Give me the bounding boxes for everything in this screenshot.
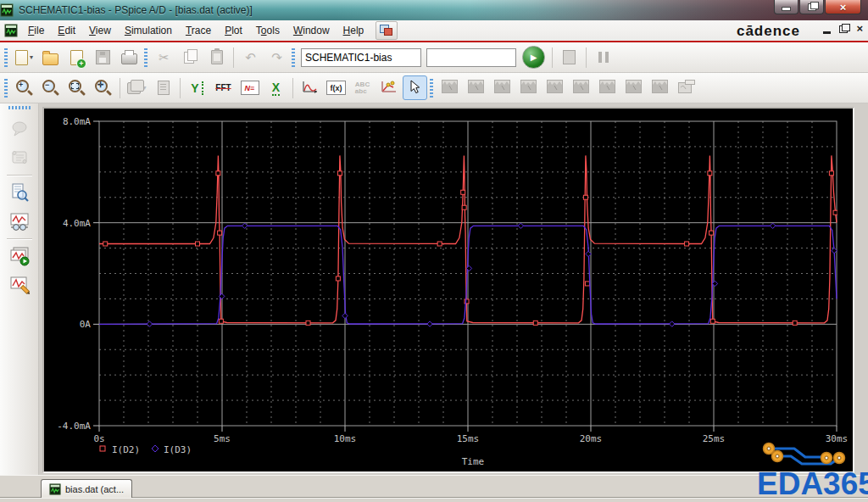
simulation-status-field[interactable]	[426, 48, 516, 67]
cursor-slope-icon	[520, 80, 537, 96]
copy-button	[178, 45, 203, 70]
add-trace-button[interactable]	[298, 75, 322, 100]
edit-simulation-profile-icon	[8, 275, 31, 295]
x-tick-label: 25ms	[703, 433, 726, 444]
restore-icon	[808, 3, 816, 11]
cadence-logo: cādence	[737, 23, 800, 40]
view-output-file-icon	[9, 182, 30, 203]
waveform-chart[interactable]: 8.0mA4.0mA0A-4.0mA0s5ms10ms15ms20ms25ms3…	[44, 109, 853, 471]
close-button[interactable]: ×	[825, 0, 861, 14]
open-button[interactable]	[38, 45, 63, 70]
trace-marker	[306, 321, 310, 325]
edit-simulation-profile-button[interactable]	[6, 271, 33, 298]
performance-analysis-icon: N≡	[241, 81, 259, 95]
y-tick-label: 0A	[80, 319, 92, 330]
zoom-area-button[interactable]	[64, 75, 89, 100]
chart-legend: I(D2)I(D3)	[100, 444, 192, 455]
menu-view[interactable]: View	[82, 22, 118, 39]
child-minimize-icon[interactable]	[823, 31, 831, 34]
x-tick-label: 15ms	[457, 433, 480, 444]
view-output-file-button[interactable]	[6, 179, 33, 206]
toolbar-grip[interactable]	[292, 48, 295, 67]
pause-button	[591, 45, 615, 70]
plot-toolbar: +−✛▾YFFTN≡Xf(x)ABC abc	[0, 73, 868, 103]
append-file-icon	[70, 50, 83, 65]
x-tick-label: 5ms	[214, 433, 231, 444]
new-icon	[15, 50, 28, 65]
chart-axes: 8.0mA4.0mA0A-4.0mA0s5ms10ms15ms20ms25ms3…	[57, 116, 848, 467]
menu-tools[interactable]: Tools	[249, 22, 287, 39]
edit-profile-button	[557, 45, 581, 70]
new-dropdown-icon[interactable]: ▾	[30, 53, 33, 61]
cursor-slope-button	[516, 75, 541, 100]
legend-label-id3[interactable]: I(D3)	[164, 444, 192, 455]
restore-button[interactable]	[799, 0, 824, 14]
y-log-scale-button[interactable]: Y	[185, 75, 209, 100]
trace-marker	[103, 242, 108, 246]
fourier-button[interactable]: FFT	[211, 75, 236, 100]
sidebar-grip[interactable]	[8, 106, 31, 109]
run-button[interactable]: ▶	[522, 46, 545, 69]
cut-icon: ✂	[159, 51, 170, 64]
new-button[interactable]: ▾	[12, 45, 36, 70]
legend-label-id2[interactable]: I(D2)	[112, 444, 140, 455]
simulation-profile-combo[interactable]	[301, 48, 421, 67]
simulation-log-icon	[158, 81, 170, 95]
window-overlap-icon[interactable]	[376, 21, 398, 40]
menu-trace[interactable]: Trace	[179, 22, 218, 39]
x-tick-label: 0s	[93, 433, 104, 444]
trace-marker	[427, 321, 432, 326]
child-close-icon[interactable]: ×	[856, 24, 863, 34]
x-tick-label: 10ms	[334, 433, 357, 444]
toolbar-separator	[292, 78, 293, 98]
main-toolbar: ▾✂↶↷▶	[0, 42, 868, 73]
copy-icon	[184, 52, 194, 64]
eda365-pcb-graphic	[756, 437, 853, 471]
toolbar-grip[interactable]	[4, 79, 8, 98]
toolbar-grip[interactable]	[430, 79, 433, 98]
sidebar-separator	[7, 238, 32, 239]
select-pointer-button[interactable]	[403, 75, 427, 100]
trace-marker	[793, 321, 797, 325]
zoom-area-icon	[69, 80, 81, 92]
menu-simulation[interactable]: Simulation	[118, 22, 179, 39]
print-button[interactable]	[117, 45, 142, 70]
minimize-button[interactable]	[774, 0, 798, 14]
toolbar-grip[interactable]	[144, 48, 147, 67]
menu-edit[interactable]: Edit	[51, 22, 82, 39]
mark-data-points-button[interactable]	[376, 75, 401, 100]
plot-pages-icon	[127, 82, 141, 94]
menu-window[interactable]: Window	[287, 22, 337, 39]
tab-bias-dat[interactable]: bias.dat (act...	[41, 479, 132, 498]
append-file-button[interactable]	[64, 45, 89, 70]
child-restore-icon[interactable]	[839, 25, 848, 33]
view-circuit-file-button[interactable]	[6, 208, 33, 235]
trace-marker	[518, 223, 523, 228]
redo-button: ↷	[264, 45, 289, 70]
waveform-plot-window[interactable]: 8.0mA4.0mA0A-4.0mA0s5ms10ms15ms20ms25ms3…	[42, 107, 854, 473]
performance-analysis-button[interactable]: N≡	[237, 75, 262, 100]
trace-marker	[342, 313, 348, 318]
mark-label-icon	[678, 80, 695, 96]
menu-plot[interactable]: Plot	[218, 22, 249, 39]
x-log-scale-button[interactable]: X	[264, 75, 288, 100]
trace-marker	[586, 251, 591, 256]
x-tick-label: 20ms	[580, 433, 603, 444]
zoom-fit-button[interactable]: ✛	[91, 75, 115, 100]
toolbar-separator	[233, 47, 234, 68]
save-icon	[96, 50, 110, 64]
menu-file[interactable]: File	[21, 22, 51, 39]
zoom-out-button[interactable]: −	[38, 75, 63, 100]
zoom-out-icon: −	[42, 80, 55, 92]
zoom-in-button[interactable]: +	[12, 75, 36, 100]
menu-help[interactable]: Help	[337, 22, 371, 39]
trace-marker	[583, 195, 587, 199]
trace-marker	[147, 321, 152, 326]
fourier-icon: FFT	[215, 83, 231, 92]
print-icon	[121, 53, 137, 64]
evaluate-function-button[interactable]: f(x)	[324, 75, 348, 100]
toolbar-grip[interactable]	[4, 48, 8, 67]
trace-marker	[708, 171, 712, 176]
view-simulation-results-button[interactable]	[6, 243, 33, 270]
cursor-min-icon	[547, 80, 563, 96]
